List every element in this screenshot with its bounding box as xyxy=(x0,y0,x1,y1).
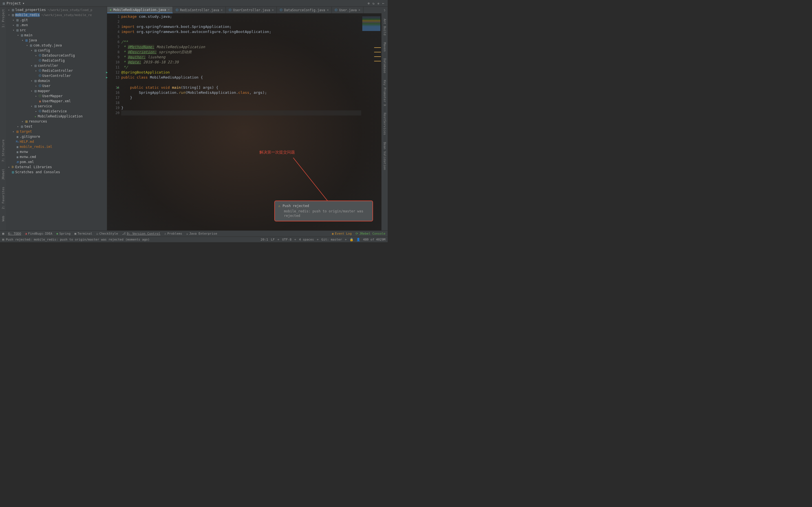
memory-indicator[interactable]: 480 of 4029M xyxy=(363,238,386,241)
tree-item[interactable]: ▾▤main xyxy=(6,33,107,38)
run-gutter-icon[interactable]: ▶ xyxy=(117,85,119,90)
tree-item[interactable]: ▸⊪External Libraries xyxy=(6,165,107,170)
close-icon[interactable]: × xyxy=(272,8,274,12)
close-icon[interactable]: × xyxy=(358,8,360,12)
tree-item[interactable]: ▦mobile_redis.iml xyxy=(6,144,107,149)
tree-item[interactable]: ▸ⒸDataSourceConfig xyxy=(6,53,107,58)
tree-item[interactable]: ▸ⒸRedisService xyxy=(6,109,107,114)
close-icon[interactable]: × xyxy=(327,8,329,12)
tool-todo[interactable]: 6: TODO xyxy=(8,232,21,235)
project-selector[interactable]: ▤ Project ▾ xyxy=(1,1,26,6)
tree-item[interactable]: ▤Scratches and Consoles xyxy=(6,170,107,175)
tab-datasourceconfig[interactable]: ⒸDataSourceConfig.java× xyxy=(277,7,332,13)
bottom-tools-grip[interactable]: ▦ xyxy=(2,232,4,235)
warning-icon: ⚠ xyxy=(278,204,280,208)
tab-mobileredisapp[interactable]: ▶MobileRedisApplication.java× xyxy=(107,7,173,13)
tree-item[interactable]: M↓HELP.md xyxy=(6,139,107,144)
rail-jrebel[interactable]: JRebel xyxy=(1,169,5,180)
rail-keypromoter[interactable]: Key Promoter X xyxy=(383,80,387,106)
push-rejected-notification[interactable]: ⚠ Push rejected mobile_redis: push to or… xyxy=(274,201,373,221)
rail-count: 5 xyxy=(384,9,385,12)
minimap[interactable] xyxy=(361,13,382,230)
tree-item[interactable]: ▾▤domain xyxy=(6,78,107,83)
close-icon[interactable]: × xyxy=(168,8,170,11)
tab-user[interactable]: ⒸUser.java× xyxy=(332,7,363,13)
tree-item[interactable]: ▸▤resources xyxy=(6,119,107,124)
line-separator[interactable]: LF xyxy=(271,238,274,241)
tree-item[interactable]: ▸ⒸRedisController xyxy=(6,68,107,73)
class-icon: Ⓒ xyxy=(335,8,338,12)
tree-item[interactable]: ▾▤src xyxy=(6,27,107,33)
rail-structure[interactable]: 7: Structure xyxy=(1,139,5,162)
class-icon: Ⓒ xyxy=(280,8,283,12)
tool-javaee[interactable]: ☕Java Enterprise xyxy=(186,232,217,235)
rail-rest[interactable]: RestServices xyxy=(383,113,387,135)
indent-setting[interactable]: 4 spaces xyxy=(299,238,314,241)
tree-item[interactable]: ▾▤controller xyxy=(6,63,107,68)
editor-tab-bar: ▶MobileRedisApplication.java× ⒸRedisCont… xyxy=(107,7,382,13)
tree-item[interactable]: ▾▤mapper xyxy=(6,89,107,94)
folder-icon: ▤ xyxy=(3,1,5,5)
rail-maven[interactable]: Maven xyxy=(383,42,387,52)
refresh-icon[interactable]: ↻ xyxy=(372,1,374,5)
tree-item[interactable]: ▸▤test xyxy=(6,124,107,129)
tool-spring[interactable]: ❀Spring xyxy=(56,232,70,235)
status-message-icon: ▤ xyxy=(2,238,4,241)
collapse-icon[interactable]: ← xyxy=(382,1,384,5)
tree-item[interactable]: ▦mvnw xyxy=(6,149,107,154)
tree-item[interactable]: ⒸUserController xyxy=(6,73,107,78)
tool-terminal[interactable]: ▣Terminal xyxy=(74,232,93,235)
tree-item[interactable]: ▾▤config xyxy=(6,48,107,53)
tree-item[interactable]: ▸▤target xyxy=(6,129,107,134)
annotation-text: 解决第一次提交问题 xyxy=(259,150,295,155)
run-gutter-icon[interactable]: ▶ xyxy=(106,70,108,75)
lock-icon[interactable]: 🔒 xyxy=(350,238,354,241)
tree-item[interactable]: ▸▤.git xyxy=(6,17,107,22)
tab-label: RedisController.java xyxy=(180,8,219,12)
tool-checkstyle[interactable]: ☑CheckStyle xyxy=(96,232,118,235)
tree-item[interactable]: ▸▤load_properties~/work/java_study/load_… xyxy=(6,7,107,12)
tree-item[interactable]: ▸MobileRedisApplication xyxy=(6,114,107,119)
close-icon[interactable]: × xyxy=(221,8,223,12)
tree-item[interactable]: ⒸRedisConfig xyxy=(6,58,107,63)
tree-item[interactable]: ▾▤mobile_redis~/work/java_study/mobile_r… xyxy=(6,12,107,17)
rail-database[interactable]: Database xyxy=(383,58,387,73)
tab-rediscontroller[interactable]: ⒸRedisController.java× xyxy=(173,7,226,13)
run-gutter-icon[interactable]: ▶ xyxy=(106,75,108,80)
rail-web[interactable]: Web xyxy=(1,216,5,221)
tab-usercontroller[interactable]: ⒸUserController.java× xyxy=(226,7,277,13)
code-content[interactable]: package com.study.java; import org.sprin… xyxy=(121,13,361,230)
rail-project[interactable]: 1: Project xyxy=(1,9,5,27)
git-branch[interactable]: Git: master xyxy=(321,238,342,241)
chevron-down-icon: ▾ xyxy=(22,1,24,5)
tree-item[interactable]: ▾▤com.study.java xyxy=(6,43,107,48)
tree-item[interactable]: ▾▤service xyxy=(6,104,107,109)
tree-item[interactable]: ▾▤java xyxy=(6,38,107,43)
tool-eventlog[interactable]: ◉Event Log xyxy=(332,232,352,235)
tree-item[interactable]: ▸ⒾUserMapper xyxy=(6,94,107,99)
tree-item[interactable]: ▸▤.mvn xyxy=(6,22,107,27)
rail-favorites[interactable]: 2: Favorites xyxy=(1,187,5,209)
tree-item[interactable]: mpom.xml xyxy=(6,159,107,165)
tool-vcs[interactable]: ⎇9: Version Control xyxy=(122,232,160,235)
target-icon[interactable]: ⊕ xyxy=(368,1,370,5)
cursor-position[interactable]: 20:1 xyxy=(260,238,268,241)
tool-jrebel[interactable]: ⟳JRebel Console xyxy=(356,232,386,235)
tree-item[interactable]: ▦mvnw.cmd xyxy=(6,154,107,159)
tool-problems[interactable]: ⚠Problems xyxy=(164,232,183,235)
gutter: 1 2 3 4 5 6 7 8 9 10 11 ▶12 ▶13 ▶15 16 xyxy=(107,13,121,230)
file-encoding[interactable]: UTF-8 xyxy=(282,238,292,241)
tab-label: MobileRedisApplication.java xyxy=(113,8,166,12)
project-label: Project xyxy=(6,1,21,5)
tool-findbugs[interactable]: ◑FindBugs-IDEA xyxy=(25,232,52,235)
notification-title: Push rejected xyxy=(283,204,309,208)
inspect-icon[interactable]: 👤 xyxy=(356,238,360,241)
tree-item[interactable]: ▦.gitignore xyxy=(6,134,107,139)
status-message: Push rejected: mobile_redis: push to ori… xyxy=(6,238,150,241)
rail-ant[interactable]: Ant Build xyxy=(383,18,387,36)
code-editor[interactable]: 1 2 3 4 5 6 7 8 9 10 11 ▶12 ▶13 ▶15 16 xyxy=(107,13,382,230)
rail-bean[interactable]: Bean Validation xyxy=(383,142,387,170)
tree-item[interactable]: ▸ⒸUser xyxy=(6,83,107,89)
gear-icon[interactable]: ✲ xyxy=(377,1,379,5)
tree-item[interactable]: ▦UserMapper.xml xyxy=(6,99,107,104)
